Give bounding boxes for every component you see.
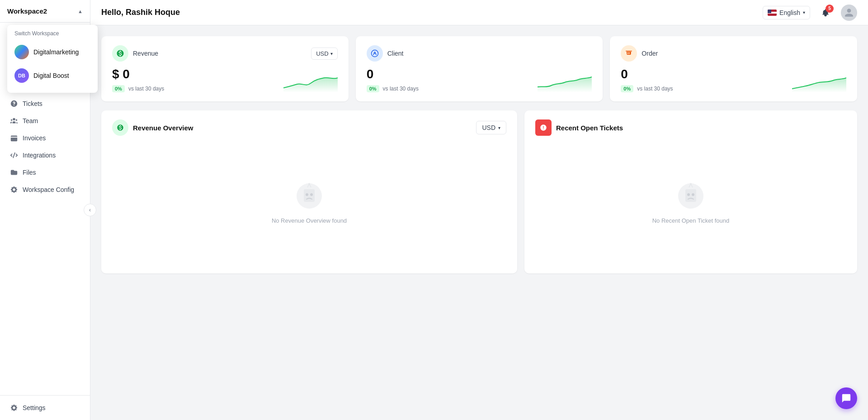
notification-badge: 5	[826, 5, 834, 13]
svg-point-4	[310, 193, 313, 196]
sidebar-item-invoices[interactable]: Invoices	[3, 129, 87, 147]
page-greeting: Hello, Rashik Hoque	[101, 8, 180, 17]
sidebar-collapse-button[interactable]: ‹	[84, 204, 96, 216]
stat-card-revenue: Revenue USD ▾ $ 0 0% vs last 30 days	[101, 36, 349, 101]
sidebar-footer: Settings	[0, 395, 90, 420]
revenue-currency-select[interactable]: USD ▾	[311, 48, 337, 60]
order-value: 0	[621, 67, 673, 81]
order-sparkline	[792, 70, 846, 92]
revenue-overview-chevron-icon: ▾	[498, 125, 500, 130]
switch-workspace-label: Switch Workspace	[7, 30, 98, 40]
order-badge: 0%	[621, 85, 633, 92]
revenue-overview-header: Revenue Overview USD ▾	[112, 119, 506, 136]
revenue-overview-empty-message: No Revenue Overview found	[272, 217, 347, 224]
dollar-icon	[116, 49, 124, 57]
order-footer: 0% vs last 30 days	[621, 85, 673, 92]
tickets-card: Recent Open Tickets No Recent Open Ticke…	[524, 110, 857, 273]
revenue-label: Revenue	[133, 50, 158, 57]
revenue-empty-illustration	[291, 176, 327, 212]
svg-rect-2	[304, 189, 315, 202]
dashboard: Revenue USD ▾ $ 0 0% vs last 30 days	[90, 25, 868, 420]
workspace-item-digitalmarketing[interactable]: Digitalmarketing	[7, 40, 98, 64]
lang-chevron-icon: ▾	[803, 10, 805, 15]
revenue-value: $ 0	[112, 67, 164, 81]
revenue-overview-icon	[112, 119, 128, 136]
chat-bubble-icon	[841, 393, 851, 403]
order-period: vs last 30 days	[637, 86, 673, 92]
client-icon	[367, 45, 383, 62]
revenue-overview-card: Revenue Overview USD ▾	[101, 110, 517, 273]
sidebar-item-integrations[interactable]: Integrations	[3, 147, 87, 164]
client-value: 0	[367, 67, 419, 81]
workspace-config-icon	[10, 186, 18, 194]
order-svg-icon	[625, 49, 633, 57]
integrations-label: Integrations	[23, 152, 56, 159]
revenue-icon	[112, 45, 128, 62]
settings-icon	[10, 404, 18, 412]
notification-button[interactable]: 5	[817, 5, 834, 21]
tickets-empty: No Recent Open Ticket found	[535, 143, 846, 256]
files-icon	[10, 168, 18, 177]
stats-row: Revenue USD ▾ $ 0 0% vs last 30 days	[101, 36, 857, 101]
svg-point-8	[692, 193, 694, 196]
revenue-period: vs last 30 days	[128, 86, 164, 92]
integrations-icon	[10, 151, 18, 159]
sidebar: Workspace2 ▲ Switch Workspace Digitalmar…	[0, 0, 90, 420]
workspace-header[interactable]: Workspace2 ▲	[0, 0, 90, 23]
revenue-sparkline	[283, 70, 338, 92]
revenue-overview-title-group: Revenue Overview	[112, 119, 193, 136]
ticket-exclamation-icon	[540, 124, 547, 131]
tickets-icon	[10, 100, 18, 108]
files-label: Files	[23, 169, 36, 176]
revenue-overview-currency-select[interactable]: USD ▾	[476, 121, 506, 134]
workspace-item-digitalboost[interactable]: DB Digital Boost	[7, 64, 98, 87]
revenue-currency-chevron: ▾	[330, 51, 333, 56]
sidebar-item-files[interactable]: Files	[3, 164, 87, 181]
tickets-icon-red	[535, 119, 552, 136]
workspace-avatar-dm	[14, 45, 29, 59]
sidebar-item-tickets[interactable]: Tickets	[3, 95, 87, 112]
chevron-up-icon: ▲	[78, 9, 83, 14]
revenue-footer: 0% vs last 30 days	[112, 85, 164, 92]
topbar: Hello, Rashik Hoque English ▾ 5	[90, 0, 868, 25]
language-selector[interactable]: English ▾	[763, 6, 810, 19]
chat-bubble-button[interactable]	[835, 387, 857, 409]
sidebar-item-settings[interactable]: Settings	[3, 399, 87, 416]
tickets-title-group: Recent Open Tickets	[535, 119, 623, 136]
stat-label-group-client: Client	[367, 45, 404, 62]
user-avatar[interactable]	[841, 5, 857, 21]
tickets-label: Tickets	[23, 100, 42, 107]
client-label: Client	[387, 50, 404, 57]
revenue-overview-empty: No Revenue Overview found	[112, 143, 506, 256]
workspace-item-name-dm: Digitalmarketing	[33, 48, 79, 56]
client-footer: 0% vs last 30 days	[367, 85, 419, 92]
tickets-header: Recent Open Tickets	[535, 119, 846, 136]
svg-point-7	[687, 193, 690, 196]
client-period: vs last 30 days	[383, 86, 419, 92]
revenue-overview-dollar-icon	[117, 124, 124, 131]
bottom-row: Revenue Overview USD ▾	[101, 110, 857, 273]
workspace-config-label: Workspace Config	[23, 186, 74, 193]
invoices-icon	[10, 134, 18, 142]
team-label: Team	[23, 117, 38, 124]
svg-rect-6	[685, 189, 696, 202]
client-badge: 0%	[367, 85, 379, 92]
revenue-overview-title: Revenue Overview	[133, 124, 193, 132]
stat-card-order: Order 0 0% vs last 30 days	[610, 36, 857, 101]
settings-label: Settings	[23, 404, 46, 411]
order-label: Order	[642, 50, 658, 57]
workspace-name: Workspace2	[7, 7, 47, 15]
stat-label-group-order: Order	[621, 45, 658, 62]
revenue-currency-value: USD	[316, 50, 328, 57]
workspace-dropdown: Switch Workspace Digitalmarketing DB Dig…	[7, 25, 98, 93]
workspace-avatar-db: DB	[14, 68, 29, 83]
sidebar-item-workspace-config[interactable]: Workspace Config	[3, 181, 87, 198]
tickets-title: Recent Open Tickets	[556, 124, 623, 132]
order-icon	[621, 45, 637, 62]
client-sparkline	[538, 70, 592, 92]
language-label: English	[779, 9, 800, 16]
svg-point-3	[306, 193, 308, 196]
topbar-actions: English ▾ 5	[763, 5, 857, 21]
sidebar-item-team[interactable]: Team	[3, 112, 87, 129]
stat-card-client: Client 0 0% vs last 30 days	[356, 36, 603, 101]
